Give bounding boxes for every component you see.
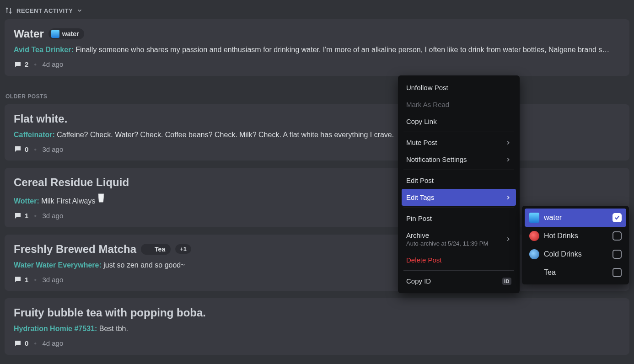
post-time: 3d ago — [42, 276, 63, 284]
comment-icon — [14, 339, 22, 348]
post-preview: just so zen and so good~ — [103, 261, 185, 269]
post-author[interactable]: Caffeinator — [14, 131, 52, 139]
post-time: 3d ago — [42, 145, 63, 153]
checkbox-unchecked[interactable] — [613, 268, 622, 277]
wave-icon — [529, 213, 539, 223]
menu-separator — [403, 270, 514, 271]
separator-dot: ● — [34, 62, 37, 67]
post-title: Cereal Residue Liquid — [14, 176, 129, 189]
menu-separator — [403, 132, 514, 132]
menu-mute-post[interactable]: Mute Post — [402, 134, 516, 151]
tag-option-hot-drinks[interactable]: Hot Drinks — [525, 227, 626, 245]
checkbox-checked[interactable] — [613, 213, 622, 222]
chevron-right-icon — [505, 236, 511, 242]
post-preview: Best tbh. — [99, 325, 128, 332]
wave-icon — [51, 30, 59, 38]
menu-archive[interactable]: Archive Auto-archive at 5/24, 11:39 PM — [402, 227, 516, 252]
menu-pin-post[interactable]: Pin Post — [402, 210, 516, 227]
post-title: Water — [14, 27, 44, 40]
post-card[interactable]: Flat white. Caffeinator: Caffeine? Check… — [5, 104, 629, 161]
comment-icon — [14, 60, 22, 69]
comment-count[interactable]: 1 — [14, 275, 28, 284]
post-tag-water[interactable]: water — [48, 28, 85, 39]
post-author[interactable]: Hydration Homie #7531 — [14, 325, 95, 332]
post-author[interactable]: Water Water Everywhere — [14, 261, 99, 269]
menu-copy-id[interactable]: Copy ID ID — [402, 273, 516, 289]
comment-icon — [14, 275, 22, 284]
archive-subtext: Auto-archive at 5/24, 11:39 PM — [406, 240, 488, 247]
comment-icon — [14, 212, 22, 220]
post-preview: Milk First Always — [41, 197, 95, 205]
post-card[interactable]: Water water Avid Tea Drinker: Finally so… — [5, 19, 629, 76]
post-time: 3d ago — [42, 212, 63, 219]
tea-icon — [529, 268, 539, 278]
id-badge: ID — [502, 278, 511, 285]
tag-option-cold-drinks[interactable]: Cold Drinks — [525, 245, 626, 263]
chevron-right-icon — [505, 194, 511, 201]
comment-count[interactable]: 2 — [14, 60, 28, 69]
more-tags-pill[interactable]: +1 — [175, 244, 191, 254]
post-tag-tea[interactable]: Tea — [141, 244, 171, 255]
post-preview: Finally someone who shares my passion an… — [75, 46, 609, 54]
comment-icon — [14, 145, 22, 153]
hot-face-icon — [529, 231, 539, 241]
post-title: Fruity bubble tea with popping boba. — [14, 306, 206, 319]
post-time: 4d ago — [42, 60, 63, 68]
menu-mark-as-read: Mark As Read — [402, 96, 516, 113]
post-card[interactable]: Fruity bubble tea with popping boba. Hyd… — [5, 298, 629, 355]
edit-tags-popover: water Hot Drinks Cold Drinks Tea — [522, 206, 629, 284]
menu-delete-post[interactable]: Delete Post — [402, 252, 516, 268]
chevron-down-icon — [76, 7, 83, 14]
glass-of-milk-icon — [97, 193, 106, 203]
checkbox-unchecked[interactable] — [613, 250, 622, 259]
sort-label: RECENT ACTIVITY — [16, 7, 73, 14]
feed: Water water Avid Tea Drinker: Finally so… — [0, 15, 634, 364]
menu-separator — [403, 170, 514, 170]
post-time: 4d ago — [42, 339, 63, 347]
menu-notification-settings[interactable]: Notification Settings — [402, 151, 516, 168]
tag-option-water[interactable]: water — [525, 209, 626, 227]
checkbox-unchecked[interactable] — [613, 231, 622, 241]
sort-dropdown[interactable]: RECENT ACTIVITY — [0, 0, 634, 15]
tag-label: Tea — [155, 246, 165, 253]
post-author[interactable]: Wotter — [14, 197, 37, 205]
tag-option-tea[interactable]: Tea — [525, 263, 626, 282]
sort-icon — [5, 6, 13, 15]
comment-count[interactable]: 0 — [14, 339, 28, 348]
tag-label: water — [62, 30, 79, 37]
cold-face-icon — [529, 249, 539, 259]
menu-unfollow-post[interactable]: Unfollow Post — [402, 79, 516, 96]
menu-edit-post[interactable]: Edit Post — [402, 172, 516, 189]
menu-edit-tags[interactable]: Edit Tags — [402, 189, 516, 206]
comment-count[interactable]: 1 — [14, 212, 28, 220]
chevron-right-icon — [505, 156, 511, 163]
post-context-menu: Unfollow Post Mark As Read Copy Link Mut… — [398, 75, 520, 293]
post-title: Freshly Brewed Matcha — [14, 243, 136, 256]
post-preview: Caffeine? Check. Water? Check. Coffee be… — [57, 131, 394, 139]
tea-icon — [144, 245, 152, 253]
menu-separator — [403, 208, 514, 208]
comment-count[interactable]: 0 — [14, 145, 28, 153]
menu-copy-link[interactable]: Copy Link — [402, 113, 516, 130]
post-author[interactable]: Avid Tea Drinker — [14, 46, 71, 54]
section-older-header: OLDER POSTS — [5, 83, 629, 104]
chevron-right-icon — [505, 139, 511, 146]
post-title: Flat white. — [14, 112, 67, 125]
